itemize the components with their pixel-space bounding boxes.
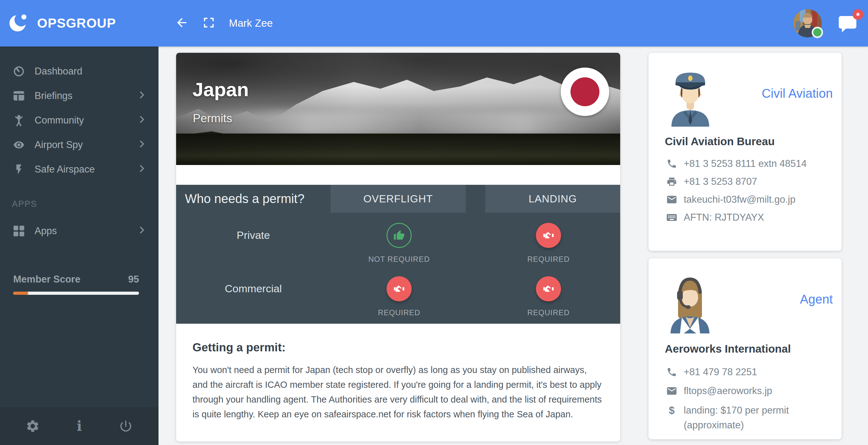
thumbs-up-icon xyxy=(386,223,412,248)
member-score-label: Member Score xyxy=(13,274,81,285)
chevron-right-icon xyxy=(138,225,146,237)
email-icon xyxy=(665,194,679,205)
card-tag: Civil Aviation xyxy=(762,87,833,101)
gauge-icon xyxy=(12,65,26,78)
japan-flag-icon xyxy=(561,68,609,116)
chevron-right-icon xyxy=(138,115,146,126)
chat-icon[interactable]: * xyxy=(837,12,860,34)
sidebar-item-briefings[interactable]: Briefings xyxy=(0,83,158,108)
back-arrow-icon[interactable] xyxy=(175,16,189,31)
topbar: OPSGROUP Mark Zee xyxy=(0,0,868,46)
permit-table: Who needs a permit? OVERFLIGHT LANDING P… xyxy=(176,185,620,324)
contact-card-civil-aviation: Civil Aviation Civil Aviation Bureau +81… xyxy=(649,53,842,251)
sidebar: Dashboard Briefings xyxy=(0,46,158,445)
fax-icon xyxy=(665,176,679,187)
sidebar-footer: i xyxy=(0,407,158,445)
article-body: You won't need a permit for Japan (tech … xyxy=(192,363,602,422)
contact-card-agent: Agent Aeroworks International +81 479 78… xyxy=(649,258,842,439)
eye-icon xyxy=(12,139,26,150)
brand: OPSGROUP xyxy=(0,13,158,33)
contact-row-phone: +81 3 5253 8111 extn 48514 xyxy=(665,155,830,173)
phone-number: +81 3 5253 8111 extn 48514 xyxy=(684,158,807,169)
status-label: REQUIRED xyxy=(527,308,570,317)
status-commercial-landing: REQUIRED xyxy=(517,276,580,317)
phone-icon xyxy=(665,159,679,169)
chevron-right-icon xyxy=(138,164,146,175)
country-subtitle: Permits xyxy=(193,112,232,125)
officer-avatar-icon xyxy=(667,67,714,128)
person-icon xyxy=(12,114,26,127)
settings-gear-icon[interactable] xyxy=(23,419,42,433)
column-header-overflight: OVERFLIGHT xyxy=(331,185,466,213)
sidebar-item-safe-airspace[interactable]: Safe Airspace xyxy=(0,157,158,182)
status-private-overflight: NOT REQUIRED xyxy=(368,223,431,264)
member-score-progressbar xyxy=(13,292,139,295)
sidebar-item-label: Apps xyxy=(35,225,57,237)
email-address: takeuchi-t03fw@milt.go.jp xyxy=(684,194,795,205)
contact-row-phone: +81 479 78 2251 xyxy=(665,363,830,381)
sidebar-item-dashboard[interactable]: Dashboard xyxy=(0,59,158,83)
member-score-value: 95 xyxy=(128,274,139,285)
chevron-right-icon xyxy=(138,139,146,150)
permit-table-title: Who needs a permit? xyxy=(185,185,304,213)
sidebar-item-label: Dashboard xyxy=(35,66,83,77)
contact-row-price: $ landing: $170 per permit (approximate) xyxy=(665,403,830,433)
sidebar-item-community[interactable]: Community xyxy=(0,108,158,133)
status-label: REQUIRED xyxy=(378,308,421,317)
page-title: Mark Zee xyxy=(229,17,273,29)
status-label: NOT REQUIRED xyxy=(368,255,430,264)
hero-image: Japan Permits xyxy=(176,53,620,165)
bolt-icon xyxy=(12,163,26,175)
column-header-landing: LANDING xyxy=(485,185,620,213)
price-text: landing: $170 per permit (approximate) xyxy=(684,405,789,431)
handshake-icon xyxy=(536,276,561,301)
power-icon[interactable] xyxy=(116,419,135,433)
country-title: Japan xyxy=(192,78,249,101)
email-address: fltops@aeroworks.jp xyxy=(684,385,772,397)
contact-row-email: takeuchi-t03fw@milt.go.jp xyxy=(665,191,830,208)
agent-avatar-icon xyxy=(668,272,712,335)
dollar-icon: $ xyxy=(665,403,679,418)
opsgroup-logo-icon xyxy=(9,13,28,33)
layout-icon xyxy=(12,89,26,102)
sidebar-item-airport-spy[interactable]: Airport Spy xyxy=(0,133,158,157)
card-name: Aeroworks International xyxy=(665,343,791,355)
fullscreen-icon[interactable] xyxy=(203,17,215,30)
status-commercial-overflight: REQUIRED xyxy=(368,276,431,317)
email-icon xyxy=(665,385,679,397)
sidebar-item-label: Briefings xyxy=(35,90,73,102)
apps-grid-icon xyxy=(12,225,26,237)
status-label: REQUIRED xyxy=(527,255,570,264)
keyboard-icon xyxy=(665,211,679,224)
sidebar-section-apps: APPS xyxy=(12,199,158,212)
fax-number: +81 3 5253 8707 xyxy=(684,176,757,187)
hero-overlay xyxy=(176,53,620,165)
row-label-commercial: Commercial xyxy=(176,282,331,295)
member-score-progress-fill xyxy=(13,292,28,295)
card-name: Civil Aviation Bureau xyxy=(665,135,775,148)
member-score: Member Score 95 xyxy=(13,274,139,285)
sidebar-item-label: Community xyxy=(35,115,84,126)
notification-badge: * xyxy=(852,9,863,20)
sidebar-item-apps[interactable]: Apps xyxy=(0,219,158,243)
sidebar-item-label: Airport Spy xyxy=(35,139,83,150)
country-permits-card: Japan Permits Who needs a permit? OVERFL… xyxy=(176,53,620,442)
phone-number: +81 479 78 2251 xyxy=(684,367,757,378)
article-heading: Getting a permit: xyxy=(192,341,285,354)
aftn-address: AFTN: RJTDYAYX xyxy=(684,212,764,223)
phone-icon xyxy=(665,367,679,377)
info-icon[interactable]: i xyxy=(70,419,89,433)
online-status-dot xyxy=(812,27,823,38)
contact-row-aftn: AFTN: RJTDYAYX xyxy=(665,208,830,226)
handshake-icon xyxy=(386,276,412,301)
row-label-private: Private xyxy=(176,229,331,241)
card-tag: Agent xyxy=(800,292,833,306)
avatar[interactable] xyxy=(794,9,822,37)
brand-name: OPSGROUP xyxy=(37,16,116,31)
status-private-landing: REQUIRED xyxy=(517,223,580,264)
sidebar-item-label: Safe Airspace xyxy=(35,164,95,175)
handshake-icon xyxy=(536,223,561,248)
chevron-right-icon xyxy=(138,90,146,102)
contact-row-email: fltops@aeroworks.jp xyxy=(665,381,830,400)
contact-row-fax: +81 3 5253 8707 xyxy=(665,173,830,191)
